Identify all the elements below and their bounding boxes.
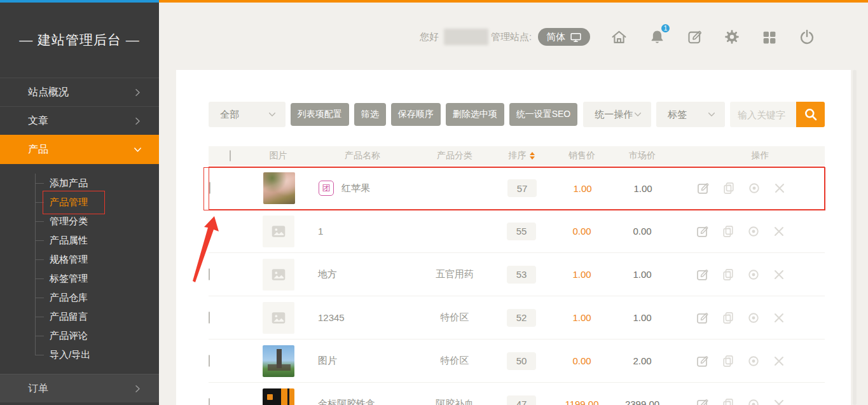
row-checkbox[interactable] (209, 355, 210, 367)
notification-bell-icon[interactable]: 1 (649, 29, 666, 46)
chevron-down-icon (633, 110, 642, 119)
submenu-item-product-management[interactable]: 产品管理 (50, 193, 159, 212)
filter-button[interactable]: 筛选 (354, 103, 386, 126)
product-photo[interactable] (263, 345, 294, 377)
preview-eye-icon[interactable] (747, 268, 761, 282)
delete-icon[interactable] (773, 181, 787, 195)
submenu-item-product-warehouse[interactable]: 产品仓库 (50, 288, 159, 307)
sort-value[interactable]: 57 (507, 179, 537, 197)
tag-dropdown[interactable]: 标签 (656, 102, 725, 127)
sort-value[interactable]: 50 (507, 352, 536, 370)
group-buy-badge: 团 (319, 181, 334, 196)
sort-value[interactable]: 47 (507, 395, 536, 405)
list-config-button[interactable]: 列表项配置 (291, 103, 349, 126)
chevron-right-icon (133, 384, 142, 394)
submenu-item-product-messages[interactable]: 产品留言 (50, 307, 159, 326)
table-row: 12345 特价区 52 1.00 1.00 (209, 296, 825, 340)
copy-icon[interactable] (721, 354, 735, 368)
preview-eye-icon[interactable] (747, 181, 761, 195)
save-order-button[interactable]: 保存顺序 (391, 103, 441, 126)
product-photo[interactable] (263, 172, 295, 204)
sidebar-item-site-overview[interactable]: 站点概况 (0, 78, 159, 106)
admin-page: — 建站管理后台 — 站点概况 文章 产品 添加产品 产品管理 管理分类 产品属… (0, 0, 868, 405)
sort-value[interactable]: 52 (507, 309, 536, 327)
edit-icon[interactable] (696, 224, 710, 238)
preview-eye-icon[interactable] (747, 311, 761, 325)
image-placeholder-icon[interactable] (263, 259, 294, 291)
product-name: 12345 (318, 312, 345, 323)
gear-icon[interactable] (724, 29, 740, 45)
sale-price: 1199.00 (553, 399, 610, 405)
product-photo[interactable] (263, 388, 294, 405)
submenu-item-import-export[interactable]: 导入/导出 (50, 345, 159, 364)
apps-grid-icon[interactable] (761, 29, 777, 45)
logout-power-icon[interactable] (799, 29, 815, 45)
delete-icon[interactable] (772, 397, 786, 405)
row-checkbox[interactable] (209, 312, 210, 324)
copy-icon[interactable] (721, 268, 735, 282)
copy-icon[interactable] (721, 311, 735, 325)
submenu-item-spec-management[interactable]: 规格管理 (50, 250, 159, 269)
edit-icon[interactable] (696, 397, 710, 405)
batch-operation-dropdown[interactable]: 统一操作 (583, 102, 651, 127)
home-icon[interactable] (610, 29, 628, 46)
product-category: 五官用药 (420, 268, 490, 280)
language-switch-button[interactable]: 简体 (538, 28, 590, 46)
preview-eye-icon[interactable] (747, 224, 761, 238)
column-actions: 操作 (674, 150, 825, 161)
chevron-right-icon (133, 116, 142, 126)
image-placeholder-icon[interactable] (263, 302, 294, 334)
edit-icon[interactable] (696, 181, 710, 195)
table-row: 图片 特价区 50 0.00 2.00 (209, 340, 825, 383)
column-market-price: 市场价 (610, 150, 674, 161)
column-sort[interactable]: 排序 (490, 150, 553, 161)
category-filter-dropdown[interactable]: 全部 (209, 102, 286, 127)
submenu-item-tag-management[interactable]: 标签管理 (50, 269, 159, 288)
product-name: 红苹果 (341, 182, 370, 195)
table-row: 1 55 0.00 0.00 (209, 210, 825, 253)
delete-icon[interactable] (772, 354, 786, 368)
copy-icon[interactable] (721, 397, 735, 405)
search-input[interactable] (730, 102, 796, 127)
product-category: 阿胶补血 (420, 398, 490, 405)
sort-arrows-icon[interactable] (530, 152, 535, 160)
monitor-icon (570, 31, 582, 43)
row-checkbox[interactable] (209, 182, 210, 194)
sort-value[interactable]: 55 (507, 223, 536, 240)
submenu-item-product-reviews[interactable]: 产品评论 (50, 326, 159, 345)
table-body: 团 红苹果 57 1.00 1.00 1 55 (209, 167, 825, 405)
app-title: — 建站管理后台 — (0, 3, 159, 78)
copy-icon[interactable] (722, 181, 736, 195)
main-top-strip (159, 0, 868, 3)
market-price: 0.00 (610, 226, 674, 237)
copy-icon[interactable] (721, 224, 735, 238)
preview-eye-icon[interactable] (747, 354, 761, 368)
seo-settings-button[interactable]: 统一设置SEO (509, 103, 578, 126)
scrollbar-track[interactable] (853, 70, 857, 405)
edit-icon[interactable] (696, 354, 710, 368)
edit-icon[interactable] (687, 29, 703, 45)
submenu-item-add-product[interactable]: 添加产品 (50, 174, 159, 193)
delete-icon[interactable] (772, 311, 786, 325)
delete-icon[interactable] (772, 224, 786, 238)
market-price: 2399.00 (610, 399, 674, 405)
row-checkbox[interactable] (209, 268, 210, 280)
sidebar-item-articles[interactable]: 文章 (0, 106, 159, 135)
product-category: 特价区 (420, 355, 490, 367)
delete-selected-button[interactable]: 删除选中项 (446, 103, 504, 126)
edit-icon[interactable] (696, 268, 710, 282)
submenu-item-product-attributes[interactable]: 产品属性 (50, 231, 159, 250)
search-button[interactable] (796, 102, 825, 127)
row-checkbox[interactable] (209, 225, 210, 237)
sort-value[interactable]: 53 (507, 266, 536, 284)
sidebar-item-products[interactable]: 产品 (0, 135, 159, 164)
delete-icon[interactable] (772, 268, 786, 282)
submenu-item-category-management[interactable]: 管理分类 (50, 212, 159, 231)
toolbar: 全部 列表项配置 筛选 保存顺序 删除选中项 统一设置SEO 统一操作 标签 (209, 102, 825, 127)
image-placeholder-icon[interactable] (263, 216, 294, 247)
preview-eye-icon[interactable] (747, 397, 761, 405)
edit-icon[interactable] (696, 311, 710, 325)
sidebar-item-orders[interactable]: 订单 (0, 374, 159, 402)
select-all-checkbox[interactable] (230, 150, 231, 161)
row-checkbox[interactable] (209, 398, 210, 405)
